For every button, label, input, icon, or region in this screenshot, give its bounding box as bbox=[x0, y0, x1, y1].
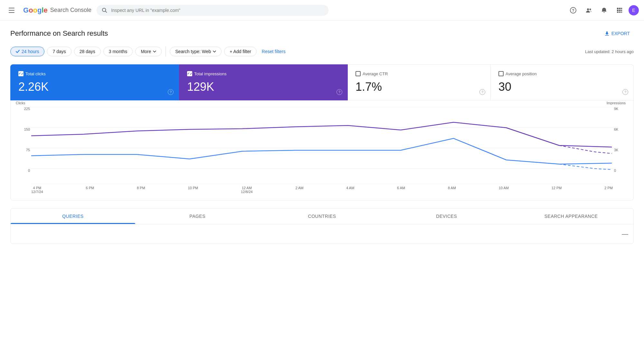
x-label-6pm: 6 PM bbox=[86, 186, 94, 190]
position-help-icon[interactable]: ? bbox=[622, 89, 628, 95]
page-header: Performance on Search results EXPORT bbox=[10, 28, 634, 39]
x-label-10am: 10 AM bbox=[499, 186, 509, 190]
chevron-down-icon-2 bbox=[213, 51, 216, 52]
add-filter-button[interactable]: + Add filter bbox=[224, 47, 257, 56]
x-sub-4pm: 12/7/24 bbox=[31, 190, 43, 194]
notification-icon-btn[interactable] bbox=[598, 4, 611, 17]
ctr-label: Average CTR bbox=[355, 71, 483, 76]
svg-rect-9 bbox=[617, 8, 619, 9]
clicks-value: 2.26K bbox=[18, 80, 171, 94]
impressions-value: 129K bbox=[187, 80, 340, 94]
filter-7days[interactable]: 7 days bbox=[47, 47, 71, 56]
svg-rect-11 bbox=[621, 8, 622, 9]
filters-bar: 24 hours 7 days 28 days 3 months More Se… bbox=[10, 46, 634, 57]
x-label-2pm: 2 PM bbox=[604, 186, 613, 190]
app-title: Search Console bbox=[50, 7, 91, 14]
menu-icon[interactable] bbox=[5, 4, 18, 17]
impressions-help-icon[interactable]: ? bbox=[336, 89, 342, 95]
notification-icon bbox=[601, 7, 607, 14]
impressions-checkbox[interactable]: ✓ bbox=[187, 71, 192, 76]
page-title: Performance on Search results bbox=[10, 29, 108, 38]
avatar[interactable]: E bbox=[629, 5, 639, 15]
help-icon-btn[interactable]: ? bbox=[567, 4, 580, 17]
impressions-label: ✓ Total impressions bbox=[187, 71, 340, 76]
checkmark-icon bbox=[16, 50, 20, 53]
position-label: Average position bbox=[498, 71, 626, 76]
svg-rect-14 bbox=[621, 10, 622, 11]
header: Google Search Console ? bbox=[0, 0, 644, 21]
tab-queries[interactable]: QUERIES bbox=[11, 209, 135, 224]
svg-rect-1 bbox=[9, 10, 14, 11]
svg-rect-17 bbox=[621, 12, 622, 13]
clicks-checkbox[interactable]: ✓ bbox=[18, 71, 24, 76]
svg-rect-12 bbox=[617, 10, 619, 11]
svg-rect-0 bbox=[9, 8, 14, 8]
y-right-label: Impressions bbox=[607, 101, 626, 105]
y-tick-75: 75 bbox=[26, 148, 30, 152]
tab-devices[interactable]: DEVICES bbox=[384, 209, 509, 224]
x-label-8am: 8 AM bbox=[448, 186, 456, 190]
last-updated-text: Last updated: 2 hours ago bbox=[585, 49, 634, 54]
url-search-bar[interactable] bbox=[97, 5, 328, 16]
tab-content: — bbox=[11, 224, 633, 244]
app-logo[interactable]: Google Search Console bbox=[23, 7, 91, 14]
svg-rect-16 bbox=[619, 12, 621, 13]
svg-rect-18 bbox=[605, 35, 609, 36]
x-sub-12am: 12/8/24 bbox=[241, 190, 253, 194]
filter-28days[interactable]: 28 days bbox=[74, 47, 101, 56]
tab-countries[interactable]: COUNTRIES bbox=[260, 209, 384, 224]
ctr-help-icon[interactable]: ? bbox=[479, 89, 485, 95]
position-value: 30 bbox=[498, 80, 626, 94]
header-actions: ? E bbox=[567, 4, 639, 17]
x-label-8pm: 8 PM bbox=[137, 186, 145, 190]
filter-divider bbox=[166, 46, 166, 57]
svg-rect-15 bbox=[617, 12, 619, 13]
people-icon-btn[interactable] bbox=[582, 4, 595, 17]
x-axis-labels: 4 PM 12/7/24 6 PM 8 PM 10 PM 12 AM 12/8/… bbox=[31, 186, 613, 194]
clicks-label: ✓ Total clicks bbox=[18, 71, 171, 76]
metrics-row: ✓ Total clicks 2.26K ? ✓ Total impressio… bbox=[10, 64, 634, 100]
download-icon bbox=[604, 31, 610, 36]
y-tick-3k: 3K bbox=[614, 148, 618, 152]
tabs-container: QUERIES PAGES COUNTRIES DEVICES SEARCH A… bbox=[10, 208, 634, 244]
svg-line-4 bbox=[105, 11, 107, 12]
chart-container: Clicks 225 150 75 0 bbox=[10, 100, 634, 200]
clicks-help-icon[interactable]: ? bbox=[168, 89, 174, 95]
x-label-10pm: 10 PM bbox=[188, 186, 198, 190]
x-label-12am: 12 AM bbox=[241, 186, 253, 190]
svg-rect-10 bbox=[619, 8, 621, 9]
url-search-input[interactable] bbox=[111, 8, 323, 13]
export-button[interactable]: EXPORT bbox=[601, 28, 634, 39]
metric-card-ctr[interactable]: Average CTR 1.7% ? bbox=[348, 64, 491, 100]
filter-3months[interactable]: 3 months bbox=[103, 47, 133, 56]
svg-point-8 bbox=[590, 8, 591, 10]
people-icon bbox=[585, 7, 592, 14]
apps-icon-btn[interactable] bbox=[613, 4, 626, 17]
metric-card-position[interactable]: Average position 30 ? bbox=[491, 64, 634, 100]
svg-point-7 bbox=[587, 8, 589, 10]
y-tick-225: 225 bbox=[24, 107, 30, 111]
y-left-label: Clicks bbox=[16, 101, 25, 105]
svg-text:?: ? bbox=[572, 8, 574, 13]
collapse-icon[interactable]: — bbox=[622, 230, 628, 238]
metric-card-impressions[interactable]: ✓ Total impressions 129K ? bbox=[179, 64, 348, 100]
chevron-down-icon bbox=[153, 51, 156, 52]
y-tick-9k: 9K bbox=[614, 107, 618, 111]
x-label-2am: 2 AM bbox=[295, 186, 303, 190]
apps-icon bbox=[616, 7, 623, 14]
help-icon: ? bbox=[570, 7, 576, 14]
y-tick-6k: 6K bbox=[614, 127, 618, 131]
svg-rect-2 bbox=[9, 12, 14, 13]
ctr-checkbox[interactable] bbox=[355, 71, 361, 76]
filter-more[interactable]: More bbox=[135, 47, 162, 56]
tabs-header: QUERIES PAGES COUNTRIES DEVICES SEARCH A… bbox=[11, 209, 633, 224]
filter-24hours[interactable]: 24 hours bbox=[10, 47, 44, 56]
tab-search-appearance[interactable]: SEARCH APPEARANCE bbox=[509, 209, 633, 224]
metric-card-clicks[interactable]: ✓ Total clicks 2.26K ? bbox=[10, 64, 179, 100]
x-label-4am: 4 AM bbox=[346, 186, 354, 190]
reset-filters-button[interactable]: Reset filters bbox=[259, 47, 288, 56]
position-checkbox[interactable] bbox=[498, 71, 504, 76]
search-type-button[interactable]: Search type: Web bbox=[170, 47, 222, 56]
tab-pages[interactable]: PAGES bbox=[135, 209, 260, 224]
y-tick-0-left: 0 bbox=[28, 169, 30, 172]
